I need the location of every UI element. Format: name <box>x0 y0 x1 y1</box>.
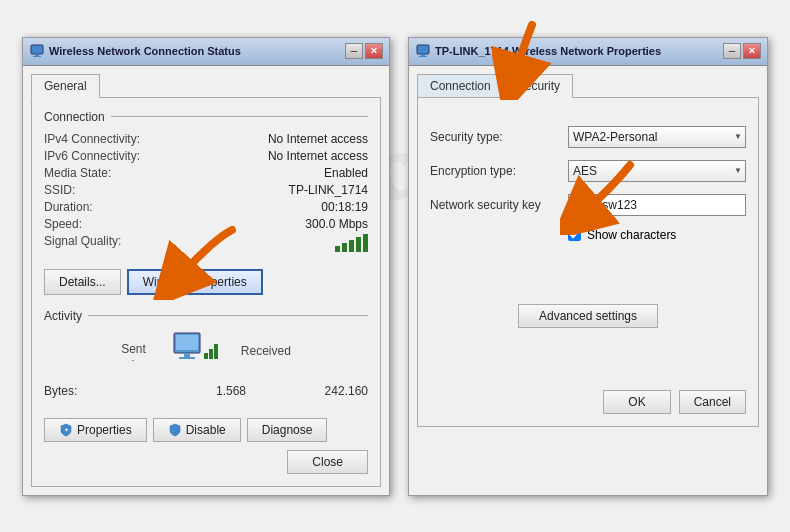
right-minimize-button[interactable]: ─ <box>723 43 741 59</box>
network-key-label: Network security key <box>430 198 560 212</box>
security-type-select[interactable]: WPA2-Personal <box>568 126 746 148</box>
sent-area: Sent <box>121 342 146 365</box>
advanced-btn-row: Advanced settings <box>430 304 746 328</box>
disable-label: Disable <box>186 423 226 437</box>
tab-general[interactable]: General <box>31 74 100 98</box>
speed-label: Speed: <box>44 217 174 231</box>
left-tab-content: Connection IPv4 Connectivity: No Interne… <box>31 97 381 487</box>
svg-rect-0 <box>31 45 43 54</box>
right-title-left: TP-LINK_1714 Wireless Network Properties <box>415 43 661 59</box>
connection-section-label: Connection <box>44 110 368 124</box>
right-dialog-content: Connection Security Security type: WPA2-… <box>409 66 767 435</box>
right-tab-content: Security type: WPA2-Personal Encryption … <box>417 97 759 427</box>
wireless-properties-button[interactable]: Wireless Properties <box>127 269 263 295</box>
media-label: Media State: <box>44 166 174 180</box>
ok-button[interactable]: OK <box>603 390 670 414</box>
svg-rect-13 <box>419 56 427 57</box>
svg-rect-12 <box>421 54 425 56</box>
right-dialog-title: TP-LINK_1714 Wireless Network Properties <box>435 45 661 57</box>
sent-bytes: 1.568 <box>128 384 246 398</box>
top-spacer <box>430 110 746 126</box>
network-key-row: Network security key <box>430 194 746 216</box>
signal-label: Signal Quality: <box>44 234 174 255</box>
activity-section-label: Activity <box>44 309 368 323</box>
left-tab-bar: General <box>31 74 381 98</box>
tab-security[interactable]: Security <box>504 74 573 98</box>
ipv4-value: No Internet access <box>180 132 368 146</box>
security-type-select-wrapper: WPA2-Personal <box>568 126 746 148</box>
security-type-row: Security type: WPA2-Personal <box>430 126 746 148</box>
bytes-label: Bytes: <box>44 384 124 398</box>
left-dialog-title: Wireless Network Connection Status <box>49 45 241 57</box>
close-button-row: Close <box>44 450 368 474</box>
advanced-settings-button[interactable]: Advanced settings <box>518 304 658 328</box>
received-label: Received <box>241 344 291 358</box>
signal-value <box>180 234 368 255</box>
svg-rect-1 <box>35 54 39 56</box>
network-icon-small <box>29 43 45 59</box>
show-characters-row: Show characters <box>568 228 746 242</box>
right-title-bar: TP-LINK_1714 Wireless Network Properties… <box>409 38 767 66</box>
encryption-type-label: Encryption type: <box>430 164 560 178</box>
ok-cancel-row: OK Cancel <box>430 390 746 414</box>
left-dialog-content: General Connection IPv4 Connectivity: No… <box>23 66 389 495</box>
bar3 <box>349 240 354 252</box>
sent-divider <box>132 360 134 361</box>
duration-label: Duration: <box>44 200 174 214</box>
connection-info-grid: IPv4 Connectivity: No Internet access IP… <box>44 132 368 255</box>
shield-properties-icon: ✦ <box>59 423 73 437</box>
dialogs-wrapper: Wireless Network Connection Status ─ ✕ G… <box>22 37 768 496</box>
svg-rect-6 <box>179 357 195 359</box>
bar1 <box>335 246 340 252</box>
media-value: Enabled <box>180 166 368 180</box>
bytes-row: Bytes: 1.568 242.160 <box>44 384 368 398</box>
tab-connection[interactable]: Connection <box>417 74 504 98</box>
bottom-spacer <box>430 328 746 378</box>
shield-disable-icon <box>168 423 182 437</box>
wireless-buttons-row: Details... Wireless Properties <box>44 269 368 295</box>
svg-rect-11 <box>417 45 429 54</box>
svg-rect-8 <box>209 349 213 359</box>
network-computer-icon <box>166 331 221 376</box>
close-title-button[interactable]: ✕ <box>365 43 383 59</box>
signal-bars <box>335 234 368 252</box>
svg-rect-5 <box>184 353 190 357</box>
bar5 <box>363 234 368 252</box>
encryption-type-select-wrapper: AES <box>568 160 746 182</box>
right-close-title-button[interactable]: ✕ <box>743 43 761 59</box>
cancel-button[interactable]: Cancel <box>679 390 746 414</box>
close-button[interactable]: Close <box>287 450 368 474</box>
received-bytes: 242.160 <box>250 384 368 398</box>
svg-text:✦: ✦ <box>64 427 69 433</box>
encryption-type-select[interactable]: AES <box>568 160 746 182</box>
activity-content: Sent <box>44 331 368 376</box>
right-title-controls: ─ ✕ <box>723 43 761 59</box>
network-icon-small-right <box>415 43 431 59</box>
bottom-buttons-row: ✦ Properties Disable Diagnose <box>44 418 368 442</box>
show-characters-checkbox[interactable] <box>568 228 581 241</box>
left-dialog: Wireless Network Connection Status ─ ✕ G… <box>22 37 390 496</box>
properties-button[interactable]: ✦ Properties <box>44 418 147 442</box>
network-key-input[interactable] <box>568 194 746 216</box>
ipv6-value: No Internet access <box>180 149 368 163</box>
ipv4-label: IPv4 Connectivity: <box>44 132 174 146</box>
properties-label: Properties <box>77 423 132 437</box>
security-type-label: Security type: <box>430 130 560 144</box>
right-tab-bar: Connection Security <box>417 74 759 98</box>
ssid-value: TP-LINK_1714 <box>180 183 368 197</box>
bar4 <box>356 237 361 252</box>
svg-rect-7 <box>204 353 208 359</box>
ipv6-label: IPv6 Connectivity: <box>44 149 174 163</box>
diagnose-button[interactable]: Diagnose <box>247 418 328 442</box>
svg-rect-9 <box>214 344 218 359</box>
svg-rect-2 <box>33 56 41 57</box>
disable-button[interactable]: Disable <box>153 418 241 442</box>
received-area: Received <box>241 344 291 362</box>
encryption-type-row: Encryption type: AES <box>430 160 746 182</box>
svg-rect-4 <box>176 335 198 350</box>
sent-label: Sent <box>121 342 146 356</box>
speed-value: 300.0 Mbps <box>180 217 368 231</box>
minimize-button[interactable]: ─ <box>345 43 363 59</box>
details-button[interactable]: Details... <box>44 269 121 295</box>
mid-spacer <box>430 254 746 284</box>
